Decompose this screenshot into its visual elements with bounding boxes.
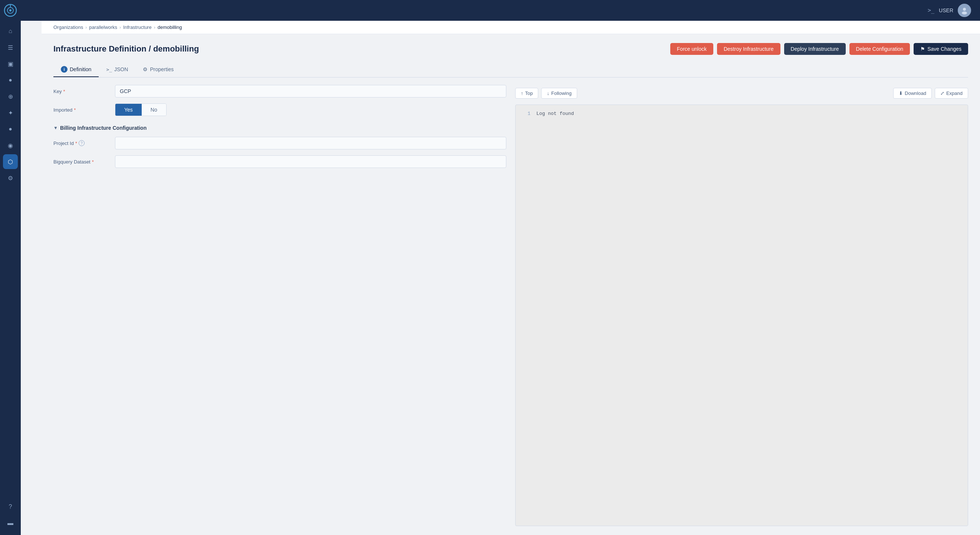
sidebar-item-docs[interactable]: ▣ [3, 56, 18, 71]
definition-tab-icon: i [61, 66, 67, 73]
topbar-username: USER [939, 8, 953, 13]
bigquery-input[interactable] [115, 156, 506, 168]
breadcrumb-parallelworks[interactable]: parallelworks [89, 24, 117, 30]
sidebar-item-gear2[interactable]: ⚙ [3, 171, 18, 186]
project-id-help-icon[interactable]: ? [79, 140, 84, 146]
svg-point-2 [9, 9, 11, 11]
content-grid: Key * Imported * Yes No [53, 85, 968, 526]
deploy-infrastructure-button[interactable]: Deploy Infrastructure [784, 43, 846, 55]
sidebar-item-settings[interactable]: ✦ [3, 105, 18, 120]
project-id-input[interactable] [115, 137, 506, 149]
imported-row: Imported * Yes No [53, 103, 506, 116]
tab-json-label: JSON [114, 67, 128, 72]
svg-point-4 [963, 8, 966, 11]
imported-toggle: Yes No [115, 103, 167, 116]
main-content: Organizations › parallelworks › Infrastr… [41, 21, 980, 535]
toggle-no-button[interactable]: No [142, 104, 166, 116]
key-row: Key * [53, 85, 506, 97]
topbar-right: >_ USER [928, 4, 971, 17]
toggle-yes-button[interactable]: Yes [115, 104, 142, 116]
svg-point-5 [962, 11, 967, 14]
page-title: Infrastructure Definition / demobilling [53, 44, 199, 54]
billing-section-heading: ▼ Billing Infrastructure Configuration [53, 125, 506, 131]
top-icon: ↑ [521, 90, 523, 96]
key-required: * [63, 89, 65, 94]
project-id-row: Project Id * ? [53, 137, 506, 149]
sidebar-item-inbox[interactable]: ☰ [3, 40, 18, 55]
following-icon: ↓ [547, 90, 549, 96]
imported-required: * [74, 107, 76, 113]
expand-button[interactable]: ⤢ Expand [935, 88, 968, 98]
bigquery-required: * [92, 159, 94, 165]
sidebar-item-globe[interactable]: ◉ [3, 138, 18, 153]
download-button[interactable]: ⬇ Download [893, 88, 932, 98]
log-panel: ↑ Top ↓ Following ⬇ Download [515, 85, 968, 526]
json-tab-icon: >_ [106, 67, 112, 72]
breadcrumb-organizations[interactable]: Organizations [53, 24, 83, 30]
delete-configuration-button[interactable]: Delete Configuration [850, 43, 910, 55]
tab-json[interactable]: >_ JSON [99, 62, 135, 77]
properties-tab-icon: ⚙ [143, 67, 148, 72]
terminal-icon[interactable]: >_ [928, 7, 934, 14]
topbar: >_ USER [21, 0, 980, 21]
log-line-number: 1 [522, 111, 530, 116]
breadcrumb-sep-2: › [119, 25, 121, 30]
sidebar-item-location[interactable]: ⊕ [3, 89, 18, 104]
tab-properties-label: Properties [150, 67, 173, 72]
bigquery-row: Bigquery Dataset * [53, 156, 506, 168]
project-id-label: Project Id * ? [53, 140, 109, 146]
imported-label: Imported * [53, 107, 109, 113]
sidebar: ⌂ ☰ ▣ ● ⊕ ✦ ● ◉ ⬡ ⚙ ? ▬ [0, 0, 21, 535]
following-button[interactable]: ↓ Following [541, 88, 577, 98]
tab-definition-label: Definition [70, 67, 91, 72]
page-actions: Force unlock Destroy Infrastructure Depl… [670, 43, 968, 55]
top-button[interactable]: ↑ Top [515, 88, 538, 98]
breadcrumb-sep-3: › [154, 25, 156, 30]
log-text: Log not found [536, 111, 574, 116]
avatar [958, 4, 971, 17]
page: Infrastructure Definition / demobilling … [41, 34, 980, 535]
save-icon: ⚑ [920, 46, 925, 52]
tab-definition[interactable]: i Definition [53, 62, 99, 77]
tab-properties[interactable]: ⚙ Properties [135, 62, 181, 77]
force-unlock-button[interactable]: Force unlock [670, 43, 713, 55]
destroy-infrastructure-button[interactable]: Destroy Infrastructure [717, 43, 780, 55]
download-icon: ⬇ [899, 90, 903, 96]
log-line: 1 Log not found [522, 111, 962, 116]
project-id-required: * [75, 141, 77, 146]
sidebar-item-home[interactable]: ⌂ [3, 24, 18, 38]
breadcrumb-sep-1: › [85, 25, 87, 30]
sidebar-item-help[interactable]: ? [3, 499, 18, 514]
section-chevron-icon: ▼ [53, 125, 58, 130]
sidebar-item-cluster[interactable]: ⬡ [3, 154, 18, 169]
sidebar-item-panel[interactable]: ▬ [3, 516, 18, 530]
log-toolbar-right: ⬇ Download ⤢ Expand [893, 88, 968, 98]
app-logo[interactable] [0, 0, 21, 21]
sidebar-item-dot2[interactable]: ● [3, 122, 18, 137]
sidebar-item-dot1[interactable]: ● [3, 73, 18, 87]
log-toolbar-left: ↑ Top ↓ Following [515, 88, 577, 98]
breadcrumb: Organizations › parallelworks › Infrastr… [41, 21, 980, 34]
key-input[interactable] [115, 85, 506, 97]
bigquery-label: Bigquery Dataset * [53, 159, 109, 165]
tabs: i Definition >_ JSON ⚙ Properties [53, 62, 968, 78]
breadcrumb-demobilling: demobilling [158, 24, 182, 30]
expand-icon: ⤢ [940, 90, 944, 96]
key-label: Key * [53, 89, 109, 94]
log-toolbar: ↑ Top ↓ Following ⬇ Download [515, 85, 968, 102]
sidebar-nav: ⌂ ☰ ▣ ● ⊕ ✦ ● ◉ ⬡ ⚙ [0, 21, 21, 186]
sidebar-bottom: ? ▬ [3, 499, 18, 535]
save-changes-button[interactable]: ⚑ Save Changes [913, 43, 968, 55]
log-area: 1 Log not found [515, 105, 968, 526]
page-header: Infrastructure Definition / demobilling … [53, 43, 968, 55]
breadcrumb-infrastructure[interactable]: Infrastructure [123, 24, 152, 30]
form-section: Key * Imported * Yes No [53, 85, 506, 526]
